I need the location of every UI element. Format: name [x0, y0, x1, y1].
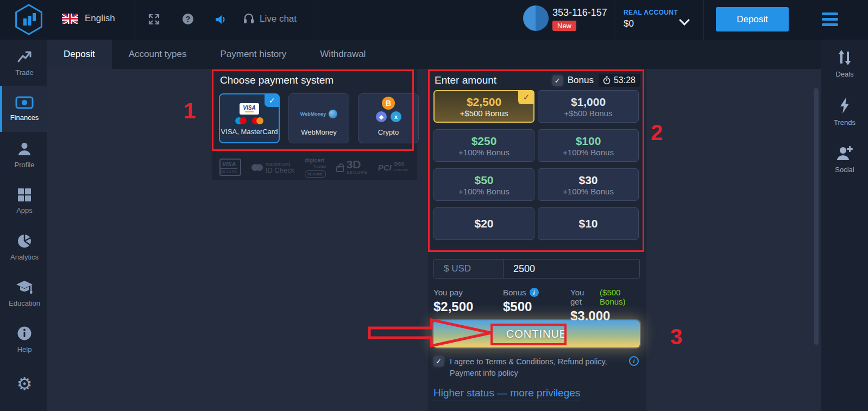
- sidebar-item-trade[interactable]: Trade: [0, 40, 47, 86]
- pie-chart-icon: [17, 233, 32, 249]
- divider: [318, 0, 318, 40]
- amount-option-30[interactable]: $30 +100% Bonus: [538, 168, 639, 201]
- deposit-page: English ? Live chat 353-116: [0, 0, 868, 411]
- amount-option-50[interactable]: $50 +100% Bonus: [433, 168, 534, 201]
- divider: [614, 0, 614, 40]
- sidebar-item-profile[interactable]: Profile: [0, 132, 47, 178]
- webmoney-logo-icon: WebMoney: [300, 110, 337, 118]
- visa-logo-icon: VISA: [240, 103, 259, 115]
- main-content: Choose payment system ✓ VISA VISA, Maste…: [47, 69, 821, 411]
- sidebar-item-label: Trade: [15, 68, 33, 77]
- payment-method-crypto[interactable]: B ◆ x Crypto: [358, 93, 419, 143]
- sidebar-item-label: Social: [835, 166, 854, 174]
- new-badge: New: [552, 21, 576, 31]
- crypto-coins-icon: B ◆ x: [372, 97, 405, 124]
- sidebar-item-label: Trends: [834, 118, 856, 127]
- agreement-text[interactable]: I agree to Terms & Conditions, Refund po…: [450, 356, 625, 379]
- sidebar-item-settings[interactable]: ⚙: [0, 363, 47, 409]
- you-get-note: ($500 Bonus): [600, 288, 646, 306]
- trust-badges: VISA SECURE mastercard ID Check digicert…: [213, 156, 415, 178]
- person-add-icon: [836, 145, 853, 161]
- sound-icon[interactable]: [215, 14, 227, 26]
- divider: [135, 0, 135, 40]
- finance-tabs: Deposit Account types Payment history Wi…: [47, 40, 821, 69]
- sidebar-item-finances[interactable]: Finances: [0, 86, 47, 132]
- sidebar-item-label: Help: [17, 345, 32, 353]
- visa-secure-badge: VISA SECURE: [219, 159, 241, 176]
- amount-option-1000[interactable]: $1,000 +$500 Bonus: [538, 90, 639, 123]
- bonus-timer-value: 53:28: [614, 75, 636, 85]
- annotation-number-3: 3: [670, 325, 682, 349]
- avatar[interactable]: [523, 5, 549, 31]
- bonus-checkbox[interactable]: ✓: [552, 75, 563, 86]
- amount-option-10[interactable]: $10: [538, 207, 639, 240]
- info-icon: [17, 326, 32, 341]
- sidebar-item-apps[interactable]: Apps: [0, 178, 47, 224]
- tab-account-types[interactable]: Account types: [112, 40, 204, 69]
- payment-method-webmoney[interactable]: WebMoney WebMoney: [288, 93, 349, 143]
- top-bar: English ? Live chat 353-116: [0, 0, 868, 40]
- agreement-checkbox[interactable]: ✓: [433, 356, 444, 366]
- brand-logo-icon[interactable]: [12, 3, 46, 36]
- person-icon: [17, 141, 32, 156]
- sidebar-item-help[interactable]: Help: [0, 317, 47, 363]
- chevron-down-icon[interactable]: [679, 15, 690, 26]
- payment-method-label: VISA, MasterCard: [221, 128, 278, 136]
- sidebar-item-social[interactable]: Social: [821, 135, 868, 183]
- sidebar-item-label: Profile: [15, 161, 35, 169]
- live-chat-button[interactable]: Live chat: [243, 13, 297, 25]
- annotation-number-1: 1: [184, 99, 196, 123]
- currency-selector[interactable]: $ USD: [434, 260, 504, 278]
- you-pay-value: $2,500: [433, 299, 473, 314]
- sidebar-item-label: Education: [9, 299, 40, 307]
- amount-option-20[interactable]: $20: [433, 207, 534, 240]
- stopwatch-icon: [603, 76, 611, 85]
- help-icon[interactable]: ?: [183, 14, 193, 24]
- amount-panel-title: Enter amount: [435, 74, 496, 86]
- tab-withdrawal[interactable]: Withdrawal: [303, 40, 382, 69]
- payment-method-visa-mastercard[interactable]: ✓ VISA VISA, MasterCard: [219, 93, 280, 143]
- left-sidebar: Trade Finances Profile Apps: [0, 40, 47, 411]
- tab-payment-history[interactable]: Payment history: [203, 40, 303, 69]
- pci-dss-badge: PCI DSS COMPLIANT: [378, 161, 408, 173]
- sidebar-item-education[interactable]: Education: [0, 270, 47, 317]
- amount-option-100[interactable]: $100 +100% Bonus: [538, 129, 639, 162]
- arrows-up-down-icon: [836, 49, 853, 66]
- card-circles-icon: [235, 117, 263, 124]
- bonus-summary-label: Bonus: [503, 288, 526, 297]
- divider: [703, 0, 704, 40]
- scrollbar-thumb[interactable]: [814, 88, 819, 345]
- enter-amount-panel: Enter amount ✓ Bonus 53:28 ✓: [428, 69, 646, 411]
- sidebar-item-label: Finances: [10, 113, 39, 122]
- tab-deposit[interactable]: Deposit: [47, 40, 112, 69]
- annotation-number-2: 2: [651, 121, 663, 145]
- annotation-box-3: [490, 324, 567, 345]
- amount-option-2500[interactable]: ✓ $2,500 +$500 Bonus: [433, 90, 534, 123]
- bonus-block: Bonus i $500: [503, 288, 539, 314]
- uk-flag-icon: [62, 14, 78, 24]
- fullscreen-icon[interactable]: [148, 14, 160, 25]
- bonus-info-icon[interactable]: i: [530, 288, 539, 297]
- right-sidebar: Deals Trends Social: [821, 40, 868, 411]
- sidebar-item-deals[interactable]: Deals: [821, 40, 868, 87]
- graduation-cap-icon: [16, 280, 33, 295]
- 3d-secure-badge: 3D SECURE: [336, 160, 368, 175]
- higher-status-link[interactable]: Higher status — more privileges: [433, 387, 580, 401]
- grid-icon: [17, 188, 32, 202]
- lightning-icon: [839, 97, 851, 114]
- you-pay-block: You pay $2,500: [433, 288, 473, 314]
- trend-up-icon: [16, 49, 33, 64]
- language-selector[interactable]: English: [62, 13, 115, 24]
- sidebar-item-analytics[interactable]: Analytics: [0, 224, 47, 270]
- menu-icon[interactable]: [822, 12, 838, 29]
- sidebar-item-trends[interactable]: Trends: [821, 87, 868, 135]
- amount-option-250[interactable]: $250 +100% Bonus: [433, 129, 534, 162]
- language-label: English: [85, 13, 115, 24]
- agreement-info-icon[interactable]: i: [629, 356, 639, 366]
- mastercard-idcheck-badge: mastercard ID Check: [251, 161, 294, 173]
- amount-input[interactable]: [504, 260, 639, 278]
- banknote-icon: [15, 96, 34, 109]
- deposit-button[interactable]: Deposit: [716, 7, 789, 31]
- digicert-badge: digicert Trusted SECURE: [305, 157, 326, 178]
- check-icon: ✓: [518, 90, 534, 104]
